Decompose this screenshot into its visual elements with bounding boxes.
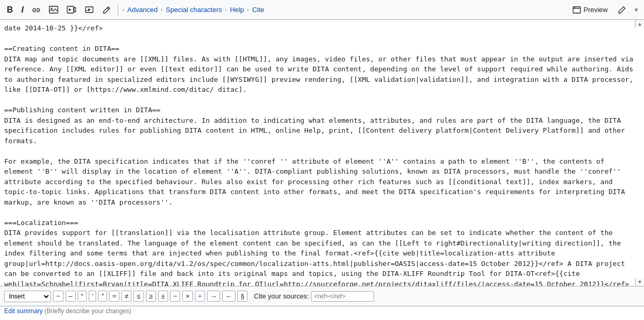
editor-textarea[interactable] (0, 20, 644, 286)
bottom-toolbar: Insert Characters Symbols − – ° ′ ″ ≈ ≠ … (0, 286, 644, 306)
link-button[interactable] (29, 5, 43, 15)
expand-button[interactable]: ▾ (633, 4, 640, 15)
italic-button[interactable]: I (19, 4, 26, 16)
media-button[interactable] (64, 4, 79, 15)
toolbar-separator-1 (118, 5, 118, 15)
ref-input[interactable] (311, 291, 374, 302)
char-plusminus-button[interactable]: ± (158, 291, 168, 302)
footer: Edit summary (Briefly describe your chan… (0, 306, 644, 316)
cite-chevron: › (247, 7, 249, 13)
char-notequal-button[interactable]: ≠ (121, 291, 131, 302)
char-prime-button[interactable]: ′ (89, 291, 96, 302)
char-degree-button[interactable]: ° (78, 291, 87, 302)
char-doubleprime-button[interactable]: ″ (98, 291, 107, 302)
cite-link[interactable]: Cite (252, 6, 264, 14)
edit-summary-link[interactable]: Edit summary (4, 307, 43, 315)
advanced-link[interactable]: Advanced (127, 6, 158, 14)
scroll-down-arrow[interactable]: ▼ (635, 278, 644, 286)
pencil2-button[interactable] (615, 4, 629, 16)
preview-button[interactable]: Preview (569, 4, 611, 15)
char-rightarrow-button[interactable]: → (207, 291, 220, 302)
special-chars-chevron: › (161, 7, 162, 13)
char-divide-button[interactable]: ÷ (195, 291, 205, 302)
char-leftarrow-button[interactable]: ← (222, 291, 235, 302)
char-section-button[interactable]: § (237, 291, 247, 302)
char-endash-button[interactable]: – (66, 291, 76, 302)
cite-your-sources-label: Cite your sources: (254, 292, 309, 300)
help-chevron: › (225, 7, 226, 13)
image-button[interactable] (46, 4, 61, 15)
pencil-button[interactable] (100, 4, 113, 16)
help-link[interactable]: Help (230, 6, 244, 14)
toolbar-right: Preview ▾ (569, 4, 640, 16)
preview-label: Preview (584, 6, 608, 14)
char-leq-button[interactable]: ≤ (133, 291, 143, 302)
media2-button[interactable] (82, 4, 97, 15)
advanced-chevron: › (122, 7, 124, 13)
char-minus-button[interactable]: − (53, 291, 64, 302)
svg-rect-5 (573, 7, 580, 13)
special-characters-link[interactable]: Special characters (166, 6, 222, 14)
bold-button[interactable]: B (4, 4, 16, 16)
char-times-button[interactable]: × (182, 291, 193, 302)
editor-toolbar: B I › Advan (0, 0, 644, 20)
svg-rect-3 (74, 7, 76, 12)
editor-wrapper: ▲ ▼ (0, 20, 644, 286)
char-approx-button[interactable]: ≈ (109, 291, 119, 302)
insert-select[interactable]: Insert Characters Symbols (4, 291, 51, 302)
edit-summary-desc: (Briefly describe your changes) (45, 307, 131, 315)
scroll-up-arrow[interactable]: ▲ (635, 20, 644, 28)
svg-point-1 (51, 8, 53, 9)
char-geq-button[interactable]: ≥ (146, 291, 156, 302)
char-minus2-button[interactable]: − (170, 291, 181, 302)
